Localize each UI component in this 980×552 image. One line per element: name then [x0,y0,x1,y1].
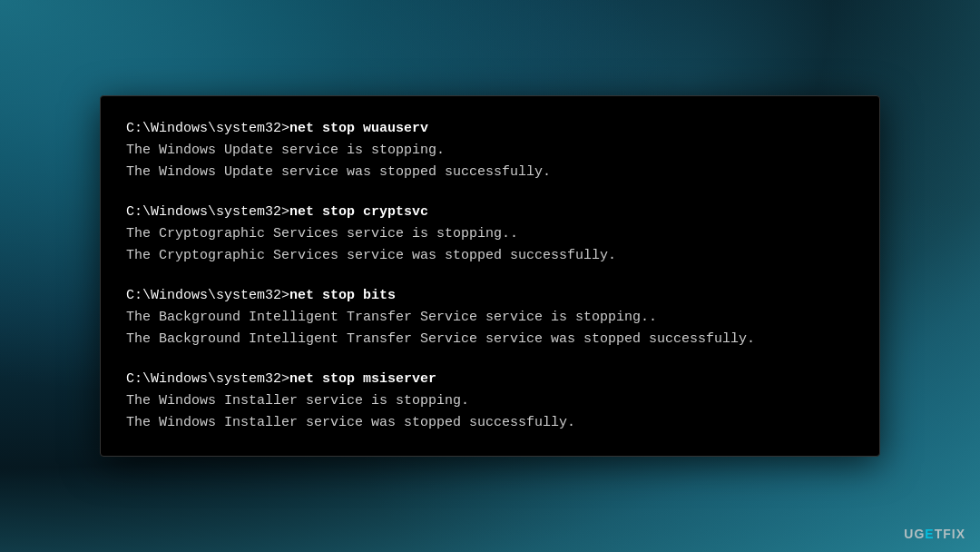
output-line-1-0: The Cryptographic Services service is st… [126,223,854,245]
watermark-suffix: TFIX [935,527,965,541]
output-line-3-0: The Windows Installer service is stoppin… [126,390,854,412]
command-text-3: net stop msiserver [289,371,436,387]
watermark: UGETFIX [904,527,965,541]
command-line-3: C:\Windows\system32>net stop msiserver [126,369,854,390]
prompt-1: C:\Windows\system32> [126,204,289,220]
output-line-0-0: The Windows Update service is stopping. [126,140,854,162]
prompt-3: C:\Windows\system32> [126,371,289,387]
output-line-0-1: The Windows Update service was stopped s… [126,162,854,183]
terminal-block-3: C:\Windows\system32>net stop msiserverTh… [126,369,854,434]
command-line-2: C:\Windows\system32>net stop bits [126,285,854,307]
command-text-2: net stop bits [289,288,396,303]
terminal-content: C:\Windows\system32>net stop wuauservThe… [126,118,854,434]
prompt-0: C:\Windows\system32> [126,121,289,136]
terminal-block-0: C:\Windows\system32>net stop wuauservThe… [126,118,854,183]
output-line-2-0: The Background Intelligent Transfer Serv… [126,307,854,329]
terminal-block-2: C:\Windows\system32>net stop bitsThe Bac… [126,285,854,350]
command-line-0: C:\Windows\system32>net stop wuauserv [126,118,854,140]
prompt-2: C:\Windows\system32> [126,288,289,303]
command-line-1: C:\Windows\system32>net stop cryptsvc [126,202,854,223]
watermark-prefix: UG [904,527,925,541]
output-line-1-1: The Cryptographic Services service was s… [126,245,854,267]
watermark-highlight: E [925,527,934,541]
output-line-2-1: The Background Intelligent Transfer Serv… [126,329,854,350]
command-text-1: net stop cryptsvc [289,204,428,220]
terminal-window: C:\Windows\system32>net stop wuauservThe… [100,95,880,457]
terminal-block-1: C:\Windows\system32>net stop cryptsvcThe… [126,202,854,267]
output-line-3-1: The Windows Installer service was stoppe… [126,412,854,434]
command-text-0: net stop wuauserv [289,121,428,136]
